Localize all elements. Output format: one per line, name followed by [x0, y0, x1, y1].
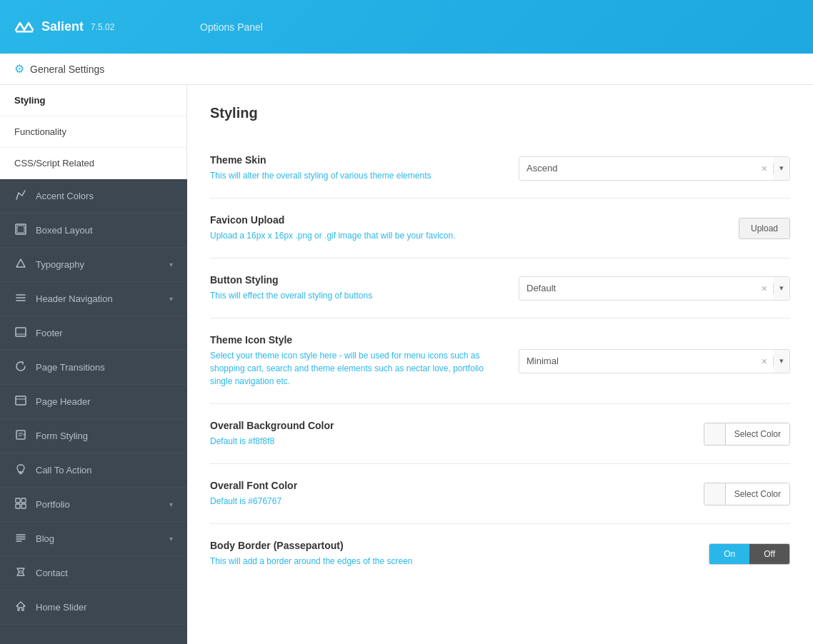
setting-info-favicon: Favicon Upload Upload a 16px x 16px .png…	[210, 214, 504, 242]
main-layout: Styling Functionality CSS/Script Related…	[0, 85, 813, 644]
sidebar-item-page-header[interactable]: Page Header	[0, 385, 187, 419]
typography-label: Typography	[36, 259, 161, 270]
blog-icon	[14, 532, 27, 545]
body-border-desc: This will add a border around the edges …	[210, 555, 504, 568]
theme-icon-style-arrow[interactable]: ▾	[774, 350, 789, 373]
top-bar: Salient 7.5.02 Options Panel	[0, 0, 813, 54]
sidebar-top-links: Styling Functionality CSS/Script Related	[0, 85, 187, 179]
home-slider-label: Home Slider	[36, 602, 173, 613]
button-styling-arrow[interactable]: ▾	[774, 277, 789, 300]
form-styling-icon	[14, 429, 27, 443]
svg-rect-16	[16, 498, 20, 503]
header-navigation-chevron: ▾	[169, 295, 173, 303]
sidebar-item-form-styling[interactable]: Form Styling	[0, 419, 187, 453]
font-color-label: Overall Font Color	[210, 480, 504, 491]
sidebar-item-blog[interactable]: Blog ▾	[0, 522, 187, 556]
theme-icon-style-value: Minimal	[519, 356, 756, 366]
home-slider-icon	[14, 600, 27, 614]
sidebar-item-accent-colors[interactable]: Accent Colors	[0, 179, 187, 213]
theme-icon-style-select-wrap: Minimal × ▾	[519, 349, 790, 373]
boxed-layout-icon	[14, 223, 27, 237]
gear-icon: ⚙	[14, 62, 24, 76]
bg-color-picker[interactable]: Select Color	[704, 423, 790, 446]
sidebar-item-boxed-layout[interactable]: Boxed Layout	[0, 213, 187, 248]
font-color-swatch	[704, 483, 726, 505]
theme-icon-style-select[interactable]: Minimal × ▾	[519, 349, 790, 373]
blog-chevron: ▾	[169, 535, 173, 543]
body-border-control: On Off	[519, 543, 790, 565]
setting-info-theme-skin: Theme Skin This will alter the overall s…	[210, 154, 504, 182]
footer-icon	[14, 326, 27, 340]
page-transitions-label: Page Transitions	[36, 362, 173, 373]
svg-point-24	[19, 570, 22, 573]
theme-skin-control: Ascend × ▾	[519, 156, 790, 181]
button-styling-select-wrap: Default × ▾	[519, 276, 790, 301]
setting-row-theme-icon-style: Theme Icon Style Select your theme icon …	[210, 318, 790, 404]
theme-icon-style-control: Minimal × ▾	[519, 349, 790, 373]
setting-row-body-border: Body Border (Passepartout) This will add…	[210, 524, 790, 583]
theme-skin-select[interactable]: Ascend × ▾	[519, 156, 790, 181]
setting-row-favicon: Favicon Upload Upload a 16px x 16px .png…	[210, 198, 790, 258]
typography-chevron: ▾	[169, 261, 173, 268]
sidebar: Styling Functionality CSS/Script Related…	[0, 85, 187, 644]
general-settings-label: General Settings	[30, 64, 104, 75]
setting-row-theme-skin: Theme Skin This will alter the overall s…	[210, 139, 790, 198]
theme-skin-desc: This will alter the overall styling of v…	[210, 169, 504, 182]
button-styling-clear[interactable]: ×	[756, 283, 774, 294]
sidebar-item-page-transitions[interactable]: Page Transitions	[0, 351, 187, 385]
header-navigation-icon	[14, 292, 27, 306]
content-inner: Styling Theme Skin This will alter the o…	[187, 85, 813, 603]
favicon-desc: Upload a 16px x 16px .png or .gif image …	[210, 229, 504, 242]
theme-skin-select-wrap: Ascend × ▾	[519, 156, 790, 181]
sidebar-item-typography[interactable]: Typography ▾	[0, 248, 187, 282]
svg-rect-18	[16, 504, 20, 508]
body-border-off-button[interactable]: Off	[749, 544, 789, 564]
accent-colors-icon	[14, 189, 27, 203]
setting-info-theme-icon-style: Theme Icon Style Select your theme icon …	[210, 334, 504, 388]
sidebar-item-home-slider[interactable]: Home Slider	[0, 590, 187, 625]
contact-icon	[14, 566, 27, 580]
theme-skin-clear[interactable]: ×	[756, 163, 774, 174]
sidebar-link-functionality[interactable]: Functionality	[0, 116, 186, 148]
setting-row-font-color: Overall Font Color Default is #676767 Se…	[210, 464, 790, 524]
sidebar-item-contact[interactable]: Contact	[0, 556, 187, 590]
setting-row-bg-color: Overall Background Color Default is #f8f…	[210, 404, 790, 464]
form-styling-label: Form Styling	[36, 431, 173, 441]
sidebar-item-call-to-action[interactable]: Call To Action	[0, 453, 187, 488]
boxed-layout-label: Boxed Layout	[36, 225, 173, 236]
contact-label: Contact	[36, 568, 173, 578]
theme-skin-label: Theme Skin	[210, 154, 504, 166]
font-color-picker[interactable]: Select Color	[704, 483, 790, 505]
bg-color-swatch	[704, 423, 726, 445]
sidebar-link-styling[interactable]: Styling	[0, 85, 186, 116]
general-settings-bar: ⚙ General Settings	[0, 54, 813, 85]
font-color-desc: Default is #676767	[210, 495, 504, 508]
svg-rect-7	[16, 328, 26, 336]
sidebar-item-portfolio[interactable]: Portfolio ▾	[0, 488, 187, 522]
theme-icon-style-label: Theme Icon Style	[210, 334, 504, 346]
theme-icon-style-desc: Select your theme icon style here - will…	[210, 349, 504, 388]
call-to-action-label: Call To Action	[36, 465, 173, 476]
blog-label: Blog	[36, 533, 161, 544]
button-styling-value: Default	[519, 283, 756, 293]
body-border-on-button[interactable]: On	[709, 544, 749, 564]
bg-color-btn-label: Select Color	[726, 423, 789, 445]
body-border-toggle: On Off	[709, 543, 790, 565]
footer-label: Footer	[36, 328, 173, 338]
setting-info-button-styling: Button Styling This will effect the over…	[210, 274, 504, 302]
version-text: 7.5.02	[91, 22, 114, 32]
sidebar-item-footer[interactable]: Footer	[0, 316, 187, 351]
favicon-upload-button[interactable]: Upload	[739, 218, 790, 239]
svg-rect-19	[21, 504, 26, 508]
svg-rect-17	[21, 498, 26, 503]
svg-rect-9	[16, 396, 26, 405]
button-styling-select[interactable]: Default × ▾	[519, 276, 790, 301]
sidebar-item-header-navigation[interactable]: Header Navigation ▾	[0, 282, 187, 316]
sidebar-link-css-script[interactable]: CSS/Script Related	[0, 148, 186, 179]
setting-info-font-color: Overall Font Color Default is #676767	[210, 480, 504, 508]
call-to-action-icon	[14, 463, 27, 477]
font-color-control: Select Color	[519, 483, 790, 505]
theme-icon-style-clear[interactable]: ×	[756, 356, 774, 367]
page-header-icon	[14, 395, 27, 408]
theme-skin-arrow[interactable]: ▾	[774, 157, 789, 180]
